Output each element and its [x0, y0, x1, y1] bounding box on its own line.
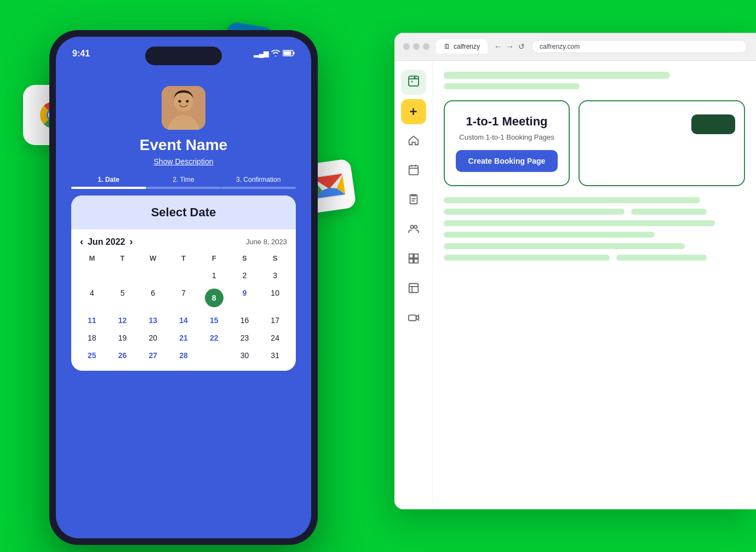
skeleton-line: [631, 209, 707, 215]
add-nav-icon: +: [409, 104, 417, 119]
sidebar-item-team[interactable]: [401, 217, 426, 243]
cal-cell-31[interactable]: 31: [260, 347, 290, 364]
app-sidebar: +: [394, 61, 433, 504]
meeting-card: 1-to-1 Meeting Custom 1-to-1 Booking Pag…: [444, 100, 570, 186]
cal-cell-19[interactable]: 19: [107, 329, 138, 347]
cal-cell-9[interactable]: 9: [230, 284, 260, 312]
cal-cell[interactable]: [77, 267, 107, 284]
clipboard-nav-icon: [408, 193, 420, 208]
cal-cell-13[interactable]: 13: [138, 312, 168, 329]
prev-month-button[interactable]: ‹: [80, 236, 83, 248]
cal-cell-22[interactable]: 22: [199, 329, 230, 347]
cal-cell-6[interactable]: 6: [138, 284, 168, 312]
browser-window-controls: [403, 43, 429, 50]
svg-rect-32: [408, 315, 416, 320]
svg-point-15: [414, 77, 416, 79]
sidebar-item-grid[interactable]: [401, 247, 426, 272]
home-nav-icon: [408, 134, 420, 148]
day-name-tue: T: [107, 252, 138, 264]
cal-cell-26[interactable]: 26: [107, 347, 138, 364]
cal-cell-18[interactable]: 18: [77, 329, 107, 347]
forward-button[interactable]: →: [506, 42, 514, 51]
cal-cell-17[interactable]: 17: [260, 312, 290, 329]
sidebar-item-home[interactable]: [401, 129, 426, 154]
lower-row-5: [444, 243, 745, 249]
select-date-header: Select Date: [71, 196, 296, 229]
cal-cell-5[interactable]: 5: [107, 284, 138, 312]
lower-row-3: [444, 220, 745, 226]
browser-body: +: [394, 61, 756, 504]
status-time: 9:41: [72, 49, 90, 59]
meeting-card-title: 1-to-1 Meeting: [456, 114, 558, 129]
cal-cell-27[interactable]: 27: [138, 347, 168, 364]
svg-rect-7: [284, 51, 291, 55]
cal-cell-12[interactable]: 12: [107, 312, 138, 329]
refresh-button[interactable]: ↺: [518, 42, 525, 51]
cal-cell[interactable]: [168, 267, 199, 284]
svg-rect-12: [409, 76, 419, 86]
skeleton-line: [444, 83, 580, 89]
calendar-week-2: 4 5 6 7 8 9 10: [77, 284, 290, 312]
cal-cell[interactable]: [107, 267, 138, 284]
phone-screen: 9:41 ▂▄▆: [56, 37, 311, 538]
cal-cell[interactable]: [138, 267, 168, 284]
team-nav-icon: [408, 223, 420, 237]
sidebar-item-schedule[interactable]: [401, 158, 426, 183]
lower-row-2: [444, 209, 745, 215]
cal-cell-2[interactable]: 2: [230, 267, 260, 284]
cal-cell-empty[interactable]: [199, 347, 230, 364]
sidebar-item-add[interactable]: +: [401, 99, 426, 124]
sidebar-item-calendar[interactable]: [401, 70, 426, 95]
cal-cell-10[interactable]: 10: [260, 284, 290, 312]
svg-rect-29: [409, 284, 418, 293]
sidebar-item-video[interactable]: [401, 306, 426, 331]
cal-cell-21[interactable]: 21: [168, 329, 199, 347]
sidebar-item-reports[interactable]: [401, 277, 426, 302]
calendar-month: Jun 2022: [88, 237, 125, 247]
cal-cell-28[interactable]: 28: [168, 347, 199, 364]
meeting-card-subtitle: Custom 1-to-1 Booking Pages: [456, 133, 558, 141]
phone-frame: 9:41 ▂▄▆: [49, 30, 318, 545]
step-confirm-bar: [221, 187, 296, 189]
cal-cell-30[interactable]: 30: [230, 347, 260, 364]
phone-notch: [145, 47, 222, 65]
video-nav-icon: [408, 312, 420, 326]
svg-point-10: [179, 100, 181, 103]
browser-close-dot: [403, 43, 410, 50]
cal-cell-23[interactable]: 23: [230, 329, 260, 347]
selected-day[interactable]: 8: [205, 289, 224, 307]
create-booking-button[interactable]: Create Booking Page: [456, 150, 558, 172]
day-name-sun: S: [260, 252, 290, 264]
lower-row-6: [444, 255, 745, 261]
show-description-link[interactable]: Show Description: [154, 157, 214, 166]
cal-cell-8[interactable]: 8: [199, 284, 230, 312]
cal-cell-11[interactable]: 11: [77, 312, 107, 329]
address-bar[interactable]: calfrenzy.com: [531, 40, 747, 53]
cal-cell-15[interactable]: 15: [199, 312, 230, 329]
tab-label: calfrenzy: [454, 43, 480, 50]
cal-cell-20[interactable]: 20: [138, 329, 168, 347]
step-time-bar: [146, 187, 221, 189]
cal-cell-4[interactable]: 4: [77, 284, 107, 312]
back-button[interactable]: ←: [494, 42, 502, 51]
calendar-grid: M T W T F S S: [71, 252, 296, 364]
cal-cell-25[interactable]: 25: [77, 347, 107, 364]
calendar-week-1: 1 2 3: [77, 267, 290, 284]
cal-cell-14[interactable]: 14: [168, 312, 199, 329]
step-time-label: 2. Time: [173, 176, 194, 183]
svg-rect-16: [409, 166, 418, 175]
calendar-nav: ‹ Jun 2022 › June 8, 2023: [71, 229, 296, 252]
second-card-button: [691, 114, 735, 134]
browser-tab[interactable]: 🗓 calfrenzy: [436, 39, 488, 54]
cal-cell-7[interactable]: 7: [168, 284, 199, 312]
next-month-button[interactable]: ›: [129, 236, 133, 248]
cal-cell-24[interactable]: 24: [260, 329, 290, 347]
browser-minimize-dot: [413, 43, 420, 50]
step-date: 1. Date: [71, 176, 146, 189]
reports-nav-icon: [408, 282, 420, 296]
cal-cell-16[interactable]: 16: [230, 312, 260, 329]
cal-cell-1[interactable]: 1: [199, 267, 230, 284]
sidebar-item-clipboard[interactable]: [401, 188, 426, 213]
svg-rect-28: [414, 259, 417, 263]
cal-cell-3[interactable]: 3: [260, 267, 290, 284]
